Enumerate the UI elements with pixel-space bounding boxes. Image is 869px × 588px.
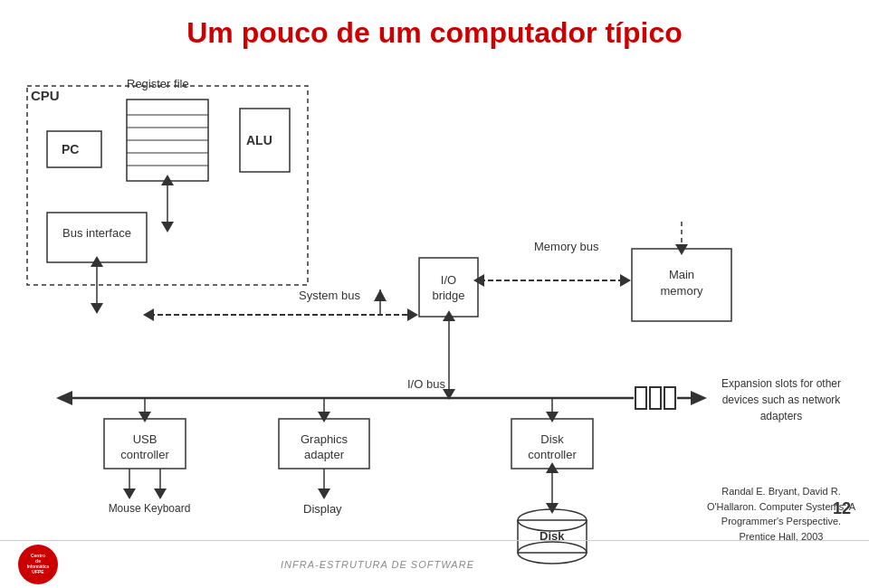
svg-marker-36	[318, 412, 330, 422]
svg-marker-50	[123, 488, 136, 499]
disk-controller-label: Diskcontroller	[512, 432, 592, 463]
svg-marker-30	[443, 310, 455, 321]
svg-marker-41	[91, 303, 103, 314]
footer-logo: Centro de Informática UFPE	[18, 545, 58, 584]
alu-label: ALU	[246, 133, 272, 147]
display-label: Display	[303, 502, 342, 516]
graphics-adapter-label: Graphicsadapter	[280, 432, 368, 463]
mouse-keyboard-label: Mouse Keyboard	[100, 502, 199, 515]
svg-rect-24	[650, 387, 661, 409]
svg-rect-23	[635, 387, 646, 409]
svg-marker-14	[407, 308, 418, 321]
svg-rect-25	[664, 387, 675, 409]
svg-marker-17	[620, 274, 631, 287]
svg-marker-57	[374, 289, 387, 301]
svg-marker-10	[161, 222, 174, 232]
footer-center-text: Infra-estrutura de Software	[281, 559, 474, 570]
svg-marker-33	[138, 412, 151, 422]
usb-controller-label: USBcontroller	[105, 432, 185, 463]
svg-text:de: de	[35, 558, 41, 564]
bus-interface-label: Bus interface	[50, 226, 144, 242]
page-number: 12	[833, 499, 851, 518]
svg-marker-22	[56, 391, 72, 405]
memory-bus-label: Memory bus	[534, 240, 599, 253]
svg-marker-39	[546, 412, 559, 422]
svg-rect-0	[27, 86, 308, 285]
svg-marker-52	[154, 488, 167, 499]
svg-marker-42	[91, 256, 103, 267]
register-file-label: Register file	[127, 77, 189, 90]
system-bus-label: System bus	[299, 289, 360, 302]
io-bus-label: I/O bus	[407, 377, 445, 391]
svg-marker-15	[143, 308, 154, 321]
svg-text:UFPE: UFPE	[32, 569, 44, 574]
svg-point-43	[518, 509, 587, 531]
svg-marker-54	[318, 488, 330, 499]
logo-circle: Centro de Informática UFPE	[18, 545, 58, 584]
page-title: Um pouco de um computador típico	[0, 0, 869, 59]
svg-rect-1	[127, 100, 208, 181]
svg-marker-48	[546, 462, 559, 473]
svg-marker-11	[161, 175, 174, 185]
main-memory-label: Mainmemory	[632, 267, 731, 299]
svg-marker-56	[675, 244, 688, 255]
cpu-label: CPU	[31, 88, 60, 103]
diagram: CPU Register file PC ALU Bus interface S…	[0, 59, 869, 565]
pc-label: PC	[62, 142, 79, 156]
footer: Centro de Informática UFPE Infra-estrutu…	[0, 540, 869, 588]
expansion-slots-label: Expansion slots for other devices such a…	[704, 375, 858, 424]
svg-marker-47	[546, 503, 559, 514]
io-bridge-label: I/Obridge	[419, 273, 478, 304]
